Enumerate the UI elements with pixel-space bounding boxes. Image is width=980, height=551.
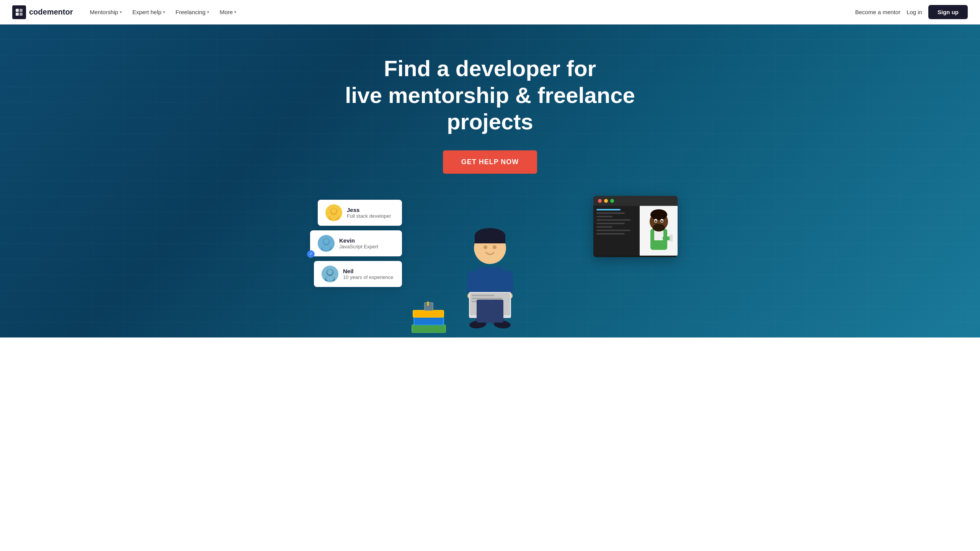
svg-rect-1 <box>16 13 19 16</box>
become-mentor-button[interactable]: Become a mentor <box>855 9 900 15</box>
mentor-role-jess: Full stack developer <box>347 213 391 219</box>
nav-label-freelancing: Freelancing <box>176 9 206 15</box>
svg-rect-0 <box>16 9 19 12</box>
login-button[interactable]: Log in <box>906 9 922 15</box>
avatar-neil <box>322 266 338 282</box>
check-badge-icon: ✓ <box>307 250 315 258</box>
code-line <box>596 223 625 224</box>
mentor-info-jess: Jess Full stack developer <box>347 207 391 219</box>
code-panel <box>593 206 640 256</box>
cta-button[interactable]: GET HELP NOW <box>443 150 537 174</box>
navbar: codementor Mentorship ▾ Expert help ▾ Fr… <box>0 0 980 24</box>
mentor-card-neil: Neil 10 years of experience <box>314 261 402 287</box>
logo[interactable]: codementor <box>12 5 73 19</box>
svg-point-35 <box>493 245 497 249</box>
video-call-window <box>593 196 678 257</box>
window-dot-yellow <box>604 199 608 203</box>
chevron-down-icon: ▾ <box>207 10 209 14</box>
svg-rect-38 <box>413 325 445 332</box>
nav-item-more[interactable]: More ▾ <box>215 6 241 18</box>
svg-point-14 <box>327 269 333 275</box>
svg-rect-40 <box>415 318 443 324</box>
person-illustration <box>452 206 528 337</box>
nav-label-expert-help: Expert help <box>132 9 162 15</box>
svg-point-54 <box>655 220 657 222</box>
svg-rect-29 <box>472 298 502 299</box>
code-line <box>596 233 625 235</box>
logo-text: codementor <box>29 8 73 16</box>
code-line <box>596 212 625 214</box>
svg-rect-57 <box>670 235 673 241</box>
video-person-panel <box>640 206 678 256</box>
svg-point-10 <box>323 239 329 244</box>
signup-button[interactable]: Sign up <box>928 5 968 19</box>
nav-item-freelancing[interactable]: Freelancing ▾ <box>171 6 214 18</box>
mentor-role-kevin: JavaScript Expert <box>339 244 378 249</box>
mentor-role-neil: 10 years of experience <box>343 274 394 280</box>
window-dot-red <box>598 199 602 203</box>
svg-rect-2 <box>20 9 23 12</box>
hero-title: Find a developer for live mentorship & f… <box>337 55 643 135</box>
mentor-name-jess: Jess <box>347 207 391 213</box>
avatar-jess <box>325 204 342 221</box>
navbar-left: codementor Mentorship ▾ Expert help ▾ Fr… <box>12 5 241 19</box>
svg-rect-23 <box>502 271 513 294</box>
logo-icon <box>12 5 26 19</box>
svg-rect-33 <box>475 236 505 243</box>
nav-links: Mentorship ▾ Expert help ▾ Freelancing ▾… <box>85 6 241 18</box>
svg-point-7 <box>330 215 338 220</box>
books-illustration <box>410 302 448 337</box>
mentor-card-kevin: ✓ Kevin JavaScript Expert <box>310 230 402 256</box>
svg-point-50 <box>653 224 665 231</box>
video-titlebar <box>593 196 678 206</box>
svg-rect-36 <box>477 300 503 323</box>
chevron-down-icon: ▾ <box>120 10 122 14</box>
navbar-right: Become a mentor Log in Sign up <box>855 5 968 19</box>
hero-illustration: Jess Full stack developer ✓ Kevin <box>279 192 701 337</box>
svg-rect-28 <box>472 295 495 296</box>
nav-item-mentorship[interactable]: Mentorship ▾ <box>85 6 126 18</box>
code-line <box>596 219 630 221</box>
code-line <box>596 230 630 231</box>
svg-point-51 <box>650 209 667 220</box>
svg-rect-45 <box>427 302 429 306</box>
svg-rect-22 <box>467 271 478 294</box>
svg-point-55 <box>661 220 663 222</box>
svg-point-11 <box>322 246 330 250</box>
avatar-kevin <box>318 235 335 252</box>
mentor-name-neil: Neil <box>343 268 394 274</box>
mentor-name-kevin: Kevin <box>339 237 378 244</box>
mentor-card-jess: Jess Full stack developer <box>318 200 402 226</box>
svg-rect-42 <box>414 311 443 317</box>
nav-item-expert-help[interactable]: Expert help ▾ <box>128 6 170 18</box>
svg-point-6 <box>331 208 336 214</box>
video-content <box>593 206 678 256</box>
nav-label-mentorship: Mentorship <box>90 9 118 15</box>
svg-point-15 <box>326 276 334 281</box>
nav-label-more: More <box>220 9 233 15</box>
hero-section: Find a developer for live mentorship & f… <box>0 24 980 337</box>
code-line <box>596 209 621 210</box>
chevron-down-icon: ▾ <box>163 10 165 14</box>
mentor-info-neil: Neil 10 years of experience <box>343 268 394 280</box>
svg-point-34 <box>483 245 487 249</box>
svg-rect-3 <box>20 13 23 16</box>
code-line <box>596 226 612 228</box>
code-line <box>596 216 612 217</box>
chevron-down-icon: ▾ <box>234 10 236 14</box>
mentor-cards: Jess Full stack developer ✓ Kevin <box>310 200 402 287</box>
mentor-info-kevin: Kevin JavaScript Expert <box>339 237 378 249</box>
window-dot-green <box>610 199 614 203</box>
